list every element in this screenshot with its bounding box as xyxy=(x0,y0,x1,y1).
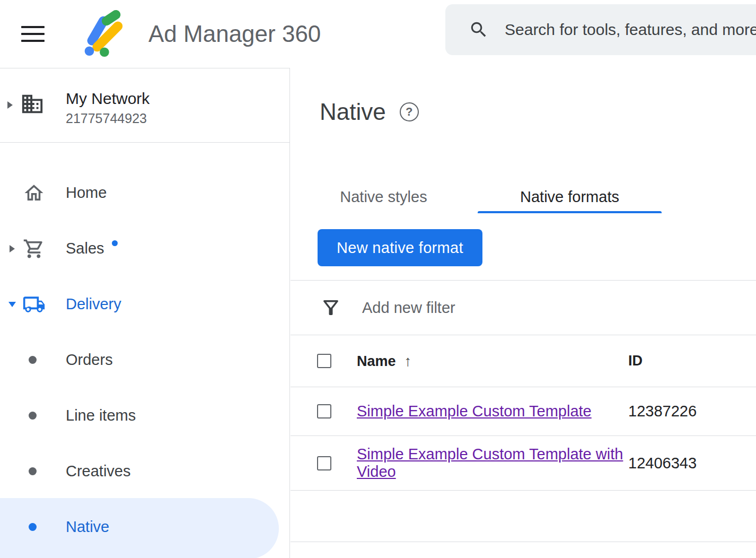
top-app-bar: Ad Manager 360 xyxy=(0,0,756,68)
network-id: 21775744923 xyxy=(66,111,147,126)
table-row: Simple Example Custom Template 12387226 xyxy=(291,387,756,436)
select-all-checkbox[interactable] xyxy=(317,354,331,368)
bullet-icon xyxy=(29,467,37,475)
row-id: 12387226 xyxy=(628,403,697,420)
bullet-icon xyxy=(29,523,37,531)
row-checkbox[interactable] xyxy=(317,404,331,419)
sidebar-item-orders[interactable]: Orders xyxy=(0,332,289,388)
sidebar-item-delivery[interactable]: Delivery xyxy=(0,276,289,332)
add-filter-label[interactable]: Add new filter xyxy=(362,299,455,317)
left-navigation: My Network 21775744923 Home Sales xyxy=(0,68,290,558)
network-selector[interactable]: My Network 21775744923 xyxy=(0,68,289,143)
app-title: Ad Manager 360 xyxy=(148,0,321,68)
sidebar-item-sales[interactable]: Sales xyxy=(0,221,289,276)
native-format-link[interactable]: Simple Example Custom Template with Vide… xyxy=(357,446,623,480)
sidebar-item-label: Home xyxy=(66,184,107,202)
sidebar-item-creatives[interactable]: Creatives xyxy=(0,443,289,499)
native-format-link[interactable]: Simple Example Custom Template xyxy=(357,403,592,420)
column-header-name[interactable]: Name↑ xyxy=(357,353,628,370)
tab-native-formats[interactable]: Native formats xyxy=(477,180,663,213)
cart-icon xyxy=(23,238,45,260)
native-formats-table: Add new filter Name↑ ID Simple Example C… xyxy=(291,280,756,542)
bullet-icon xyxy=(29,356,37,364)
sidebar-item-label: Line items xyxy=(66,407,136,424)
expand-arrow-icon[interactable] xyxy=(10,245,15,252)
search-icon xyxy=(469,20,489,40)
home-icon xyxy=(23,182,45,204)
table-header-row: Name↑ ID xyxy=(291,335,756,387)
sidebar-item-label: Delivery xyxy=(66,295,121,313)
table-row: Simple Example Custom Template with Vide… xyxy=(291,436,756,491)
sidebar-item-label: Orders xyxy=(66,351,113,369)
sidebar-item-home[interactable]: Home xyxy=(0,165,289,221)
sort-ascending-icon[interactable]: ↑ xyxy=(405,353,412,369)
sidebar-item-label: Native xyxy=(66,518,109,536)
search-input[interactable] xyxy=(505,21,756,39)
new-native-format-button[interactable]: New native format xyxy=(318,229,482,266)
nav-menu: Home Sales Delivery Orders xyxy=(0,143,289,555)
tab-native-styles[interactable]: Native styles xyxy=(291,180,477,213)
page-title: Native xyxy=(320,99,386,125)
notification-dot xyxy=(112,240,118,246)
sidebar-item-line-items[interactable]: Line items xyxy=(0,388,289,443)
sidebar-item-label: Creatives xyxy=(66,463,131,480)
global-search-bar[interactable] xyxy=(445,4,756,55)
ad-manager-logo-icon xyxy=(77,8,127,58)
collapse-arrow-icon[interactable] xyxy=(8,302,16,307)
sidebar-item-label: Sales xyxy=(66,240,118,257)
selected-item-highlight xyxy=(0,498,279,558)
network-name: My Network xyxy=(66,90,150,108)
filter-bar[interactable]: Add new filter xyxy=(291,280,756,335)
menu-hamburger-icon[interactable] xyxy=(21,26,45,42)
help-icon[interactable]: ? xyxy=(400,102,419,121)
column-header-id[interactable]: ID xyxy=(628,353,643,369)
bullet-icon xyxy=(29,412,37,420)
row-checkbox[interactable] xyxy=(317,456,331,470)
tab-bar: Native styles Native formats xyxy=(291,180,663,213)
main-content: Native ? Native styles Native formats Ne… xyxy=(291,68,756,558)
row-id: 12406343 xyxy=(628,455,697,472)
empty-table-row xyxy=(291,491,756,542)
network-building-icon xyxy=(20,92,45,116)
truck-icon xyxy=(22,293,46,316)
sidebar-item-native[interactable]: Native xyxy=(0,499,289,555)
filter-funnel-icon xyxy=(320,297,342,319)
expand-arrow-icon[interactable] xyxy=(7,101,13,109)
